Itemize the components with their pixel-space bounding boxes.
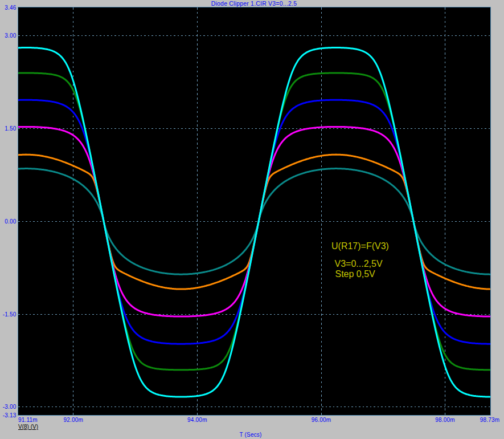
svg-text:0.00: 0.00 [5,218,17,225]
svg-text:Step 0,5V: Step 0,5V [335,269,376,279]
svg-text:92.00m: 92.00m [64,417,84,423]
svg-text:Diode Clipper 1.CIR V3=0...2.5: Diode Clipper 1.CIR V3=0...2.5 [211,0,297,7]
svg-text:-1.50: -1.50 [3,311,17,318]
svg-text:T (Secs): T (Secs) [239,432,261,438]
svg-text:98.00m: 98.00m [435,417,455,423]
svg-text:96.00m: 96.00m [312,417,331,423]
svg-text:-3.13: -3.13 [3,412,17,418]
svg-text:98.73m: 98.73m [480,417,500,423]
svg-text:U(R17)=F(V3): U(R17)=F(V3) [331,241,389,251]
svg-text:1.50: 1.50 [5,125,17,132]
svg-text:3.46: 3.46 [5,5,17,11]
svg-text:V(8) (V): V(8) (V) [18,424,38,430]
svg-text:3.00: 3.00 [5,32,17,39]
svg-text:94.00m: 94.00m [187,417,207,423]
svg-text:V3=0...2,5V: V3=0...2,5V [335,259,383,269]
svg-text:-3.00: -3.00 [3,404,17,410]
svg-text:91.11m: 91.11m [18,417,38,423]
